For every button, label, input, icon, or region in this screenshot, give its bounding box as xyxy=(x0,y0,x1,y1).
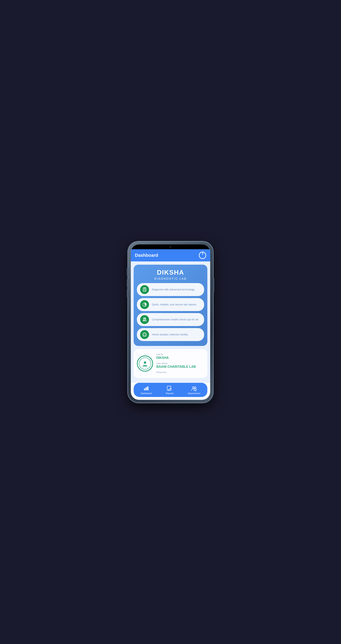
person-icon xyxy=(141,360,149,367)
clock24-icon: 24 xyxy=(142,332,147,337)
feature-text-reports: Quick, reliable, and secure lab reports. xyxy=(152,303,197,306)
svg-point-7 xyxy=(144,320,145,320)
svg-rect-15 xyxy=(147,386,148,390)
power-button[interactable] xyxy=(199,252,206,259)
svg-point-18 xyxy=(192,387,194,388)
username-value: BAANI CHARITABLE LAB xyxy=(156,365,196,368)
camera-dot xyxy=(170,246,171,248)
hero-subtitle: DIAGNOSTIC LAB xyxy=(154,277,187,280)
feature-text-diagnosis: Diagnosis with advanced technology. xyxy=(152,288,195,291)
phone-screen: Dashboard DIKSHA DIAGNOSTIC LAB xyxy=(131,244,210,400)
flask-icon xyxy=(142,317,147,322)
header-title: Dashboard xyxy=(135,253,158,258)
feature-list: Diagnosis with advanced technology. Quic… xyxy=(137,283,204,341)
reports-icon-circle xyxy=(140,300,149,309)
diagnosis-icon-circle xyxy=(140,285,149,294)
nav-label-appointment: Appointment xyxy=(188,392,200,394)
lab-id-label: Lab ID xyxy=(156,353,196,356)
svg-point-17 xyxy=(171,388,172,389)
svg-rect-14 xyxy=(146,387,147,390)
checkups-icon-circle xyxy=(140,315,149,324)
profile-card: Lab ID DIKSHA User Name BAANI CHARITABLE… xyxy=(134,349,207,378)
username-label: User Name xyxy=(156,362,196,364)
bottom-nav: Dashboard Reports Appointment xyxy=(134,383,207,397)
pie-chart-icon xyxy=(142,302,147,307)
feature-item-checkups: Comprehensive health check-ups for all xyxy=(137,313,204,326)
avatar xyxy=(137,356,153,372)
feature-item-home-collection: 24 Home sample collection facility. xyxy=(137,328,204,341)
hero-card: DIKSHA DIAGNOSTIC LAB D xyxy=(134,265,207,346)
main-content: DIKSHA DIAGNOSTIC LAB D xyxy=(131,262,210,383)
feature-text-checkups: Comprehensive health check-ups for all xyxy=(152,318,198,321)
svg-point-19 xyxy=(194,387,196,388)
feature-item-diagnosis: Diagnosis with advanced technology. xyxy=(137,283,204,296)
nav-item-dashboard[interactable]: Dashboard xyxy=(137,385,156,395)
nav-item-reports[interactable]: Reports xyxy=(162,385,178,395)
svg-point-8 xyxy=(145,320,145,320)
app-header: Dashboard xyxy=(131,249,210,262)
clipboard-icon xyxy=(142,287,147,292)
phone-top-bar xyxy=(131,244,210,249)
avatar-inner xyxy=(139,358,151,370)
phone-frame: Dashboard DIKSHA DIAGNOSTIC LAB xyxy=(128,242,213,403)
nav-item-appointment[interactable]: Appointment xyxy=(184,385,204,395)
svg-point-12 xyxy=(144,361,146,364)
lab-id-value: DIKSHA xyxy=(156,356,196,360)
nav-label-reports: Reports xyxy=(166,392,174,394)
svg-rect-13 xyxy=(144,388,145,390)
dashboard-nav-icon xyxy=(143,386,149,391)
feature-item-reports: Quick, reliable, and secure lab reports. xyxy=(137,298,204,311)
feature-text-home-collection: Home sample collection facility. xyxy=(152,333,188,336)
nav-label-dashboard: Dashboard xyxy=(141,392,152,394)
home-collection-icon-circle: 24 xyxy=(140,330,149,339)
phone-label: Phone No. xyxy=(156,371,196,374)
svg-text:24: 24 xyxy=(144,334,145,335)
profile-info: Lab ID DIKSHA User Name BAANI CHARITABLE… xyxy=(156,353,196,374)
reports-nav-icon xyxy=(167,386,173,391)
appointment-nav-icon xyxy=(191,386,197,391)
hero-title: DIKSHA xyxy=(157,269,184,276)
